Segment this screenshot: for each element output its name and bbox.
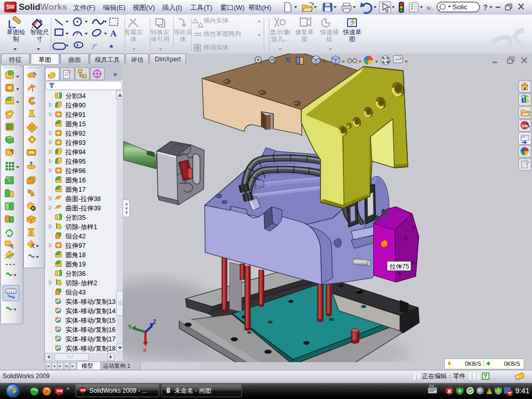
- svg-text:实体-移动/复制16: 实体-移动/复制16: [65, 326, 116, 334]
- svg-text:▸|: ▸|: [65, 364, 69, 368]
- svg-text:拉伸94: 拉伸94: [65, 149, 86, 156]
- svg-text:◂: ◂: [53, 364, 55, 368]
- svg-text:»: »: [113, 70, 117, 78]
- svg-text:0KB/S: 0KB/S: [465, 361, 481, 367]
- svg-text:分割36: 分割36: [65, 270, 86, 277]
- svg-text:▸: ▸: [59, 364, 61, 368]
- svg-text:分割35: 分割35: [65, 214, 86, 221]
- svg-text:|◂: |◂: [46, 364, 49, 368]
- svg-text:0KB/S: 0KB/S: [504, 361, 520, 367]
- svg-text:曲面-拉伸38: 曲面-拉伸38: [65, 195, 101, 203]
- svg-text:?: ?: [484, 373, 487, 379]
- svg-text:圆角15: 圆角15: [65, 121, 86, 128]
- svg-text:拉伸95: 拉伸95: [65, 158, 86, 165]
- svg-text:Y: Y: [128, 324, 132, 330]
- svg-text:Z: Z: [153, 318, 156, 325]
- svg-text:未命名 - 画图: 未命名 - 画图: [175, 387, 211, 394]
- svg-text:▸: ▸: [72, 364, 74, 368]
- svg-text:切除-放样2: 切除-放样2: [65, 280, 97, 287]
- svg-text:运动算例 1: 运动算例 1: [103, 363, 130, 369]
- svg-text:曲面-拉伸39: 曲面-拉伸39: [65, 205, 101, 212]
- svg-text:拉伸93: 拉伸93: [65, 139, 86, 147]
- svg-text:切除-放样1: 切除-放样1: [65, 223, 97, 231]
- svg-text:A: A: [110, 29, 117, 38]
- svg-text:拉伸75: 拉伸75: [389, 263, 409, 270]
- svg-text:实体-移动/复制15: 实体-移动/复制15: [65, 317, 116, 324]
- svg-text:实体-移动/复制18: 实体-移动/复制18: [65, 345, 116, 352]
- svg-text:模型: 模型: [82, 363, 93, 369]
- svg-text:分割34: 分割34: [65, 92, 86, 100]
- svg-text:圆角18: 圆角18: [65, 251, 86, 259]
- svg-text:组合43: 组合43: [65, 289, 86, 296]
- svg-text:SW: SW: [81, 389, 86, 392]
- svg-text:X: X: [143, 347, 147, 353]
- svg-text:实体-移动/复制13: 实体-移动/复制13: [65, 298, 116, 305]
- svg-text:实体-移动/复制17: 实体-移动/复制17: [65, 336, 116, 343]
- svg-text:SolidWorks 2009 - ...: SolidWorks 2009 - ...: [89, 387, 147, 394]
- svg-text:圆角19: 圆角19: [65, 261, 86, 268]
- svg-text:键盘: 键盘: [429, 384, 434, 388]
- svg-text:拉伸92: 拉伸92: [65, 130, 86, 137]
- svg-text:Solic: Solic: [453, 3, 468, 11]
- svg-text:SW: SW: [57, 389, 63, 393]
- svg-text:拉伸97: 拉伸97: [65, 242, 86, 249]
- svg-text:拉伸91: 拉伸91: [65, 111, 86, 118]
- svg-text:»: »: [66, 385, 70, 391]
- svg-text:拉伸96: 拉伸96: [65, 167, 86, 175]
- svg-text:*: *: [110, 43, 113, 53]
- svg-text:?: ?: [483, 3, 488, 11]
- svg-text:ⅳ..: ⅳ..: [427, 5, 434, 11]
- svg-text:实体-移动/复制14: 实体-移动/复制14: [65, 308, 116, 315]
- svg-text:组合42: 组合42: [65, 233, 86, 240]
- svg-text:!: !: [488, 389, 490, 394]
- svg-text:拉伸90: 拉伸90: [65, 102, 86, 109]
- svg-text:9:41: 9:41: [515, 387, 529, 395]
- svg-text:圆角16: 圆角16: [65, 177, 86, 184]
- svg-text:圆角17: 圆角17: [65, 186, 86, 193]
